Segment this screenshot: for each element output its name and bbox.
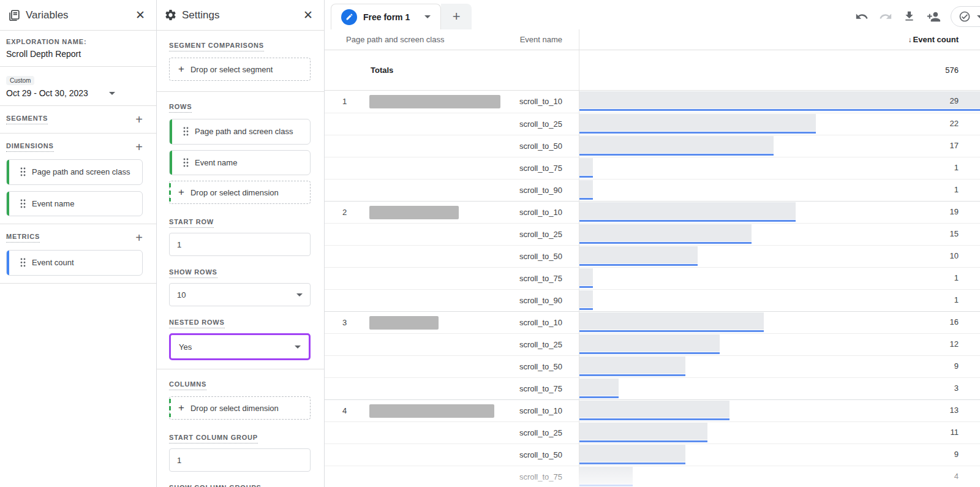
event-count-bar-cell: 1: [579, 157, 980, 179]
dimensions-label: DIMENSIONS: [6, 142, 54, 152]
event-name-value: scroll_to_50: [518, 444, 579, 466]
event-name-value: scroll_to_75: [518, 466, 579, 487]
event-count-value: 9: [954, 444, 959, 465]
table-row[interactable]: scroll_to_901: [325, 179, 980, 201]
add-tab-button[interactable]: +: [441, 4, 472, 29]
segment-comparisons-section: SEGMENT COMPARISONS + Drop or select seg…: [157, 31, 324, 91]
row-dimension-chip[interactable]: Event name: [169, 150, 311, 176]
show-rows-select[interactable]: 10: [169, 283, 311, 306]
table-row[interactable]: scroll_to_2511: [325, 421, 980, 444]
dimension-chip-label: Page path and screen class: [32, 167, 130, 178]
start-row-value: 1: [177, 240, 181, 249]
row-dimension-chip[interactable]: Page path and screen class: [169, 119, 311, 145]
event-count-bar: [579, 202, 796, 219]
settings-close-icon[interactable]: ✕: [300, 8, 317, 22]
event-count-bar-cell: 12: [579, 334, 980, 356]
event-count-bar-cell: 16: [579, 312, 980, 334]
event-count-value: 22: [950, 113, 959, 134]
start-row-input[interactable]: 1: [169, 233, 311, 256]
add-dimension-button[interactable]: +: [135, 141, 143, 153]
start-column-group-input[interactable]: 1: [169, 448, 311, 472]
table-row[interactable]: 1scroll_to_1029: [325, 91, 980, 113]
ga4-exploration-app: Variables ✕ EXPLORATION NAME: Scroll Dep…: [0, 0, 980, 487]
page-path-cell: [364, 312, 518, 334]
table-row[interactable]: scroll_to_509: [325, 355, 980, 377]
page-path-cell: [364, 246, 518, 268]
page-path-cell: [364, 113, 518, 135]
tab-label: Free form 1: [363, 12, 410, 22]
table-row[interactable]: 2scroll_to_1019: [325, 201, 980, 223]
table-row[interactable]: scroll_to_751: [325, 157, 980, 179]
table-row[interactable]: 3scroll_to_1016: [325, 311, 980, 333]
column-header-page-path[interactable]: Page path and screen class: [325, 35, 518, 44]
variables-panel: Variables ✕ EXPLORATION NAME: Scroll Dep…: [0, 0, 157, 487]
bar-underline: [579, 109, 980, 111]
row-number: [325, 135, 364, 157]
drop-column-dimension-target[interactable]: + Drop or select dimension: [169, 396, 311, 420]
event-name-value: scroll_to_90: [518, 179, 579, 202]
exploration-name-value[interactable]: Scroll Depth Report: [6, 49, 143, 59]
tab-free-form-1[interactable]: Free form 1: [331, 4, 441, 29]
table-row[interactable]: scroll_to_5017: [325, 135, 980, 157]
chevron-down-icon: [296, 293, 303, 296]
event-name-value: scroll_to_50: [518, 246, 579, 268]
table-row[interactable]: scroll_to_2512: [325, 333, 980, 355]
columns-label: COLUMNS: [169, 380, 206, 390]
undo-icon[interactable]: [855, 10, 869, 23]
drop-segment-target[interactable]: + Drop or select segment: [169, 58, 311, 81]
redacted-page-path: [369, 404, 494, 418]
table-row[interactable]: scroll_to_2515: [325, 223, 980, 245]
variables-close-icon[interactable]: ✕: [132, 8, 149, 22]
table-row[interactable]: scroll_to_5010: [325, 245, 980, 267]
column-header-event-name[interactable]: Event name: [518, 35, 579, 44]
dimension-chip-label: Event name: [32, 198, 74, 210]
table-row[interactable]: scroll_to_901: [325, 289, 980, 311]
event-count-bar: [579, 246, 698, 263]
column-header-event-count[interactable]: ↓ Event count: [579, 29, 980, 50]
table-header-row: Page path and screen class Event name ↓ …: [325, 29, 980, 50]
status-menu-button[interactable]: [951, 6, 980, 27]
nested-rows-value: Yes: [179, 342, 192, 352]
event-name-value: scroll_to_25: [518, 113, 579, 135]
event-count-bar-cell: 3: [579, 378, 980, 400]
table-row[interactable]: scroll_to_751: [325, 267, 980, 289]
add-segment-button[interactable]: +: [135, 113, 143, 126]
event-name-value: scroll_to_25: [518, 334, 579, 356]
event-count-value: 29: [950, 91, 959, 111]
variables-panel-header: Variables ✕: [0, 0, 156, 31]
event-count-bar-cell: 11: [579, 422, 980, 444]
bar-underline: [579, 242, 752, 244]
drop-row-dimension-target[interactable]: + Drop or select dimension: [169, 181, 311, 204]
event-count-bar-cell: 17: [579, 135, 980, 157]
dimension-chip[interactable]: Page path and screen class: [6, 159, 143, 185]
table-row[interactable]: scroll_to_753: [325, 377, 980, 399]
event-count-value: 13: [950, 400, 959, 421]
event-count-header-label: Event count: [913, 35, 959, 44]
rows-label: ROWS: [169, 103, 192, 113]
table-row[interactable]: scroll_to_509: [325, 444, 980, 466]
dimension-chip[interactable]: Event name: [6, 191, 143, 217]
drag-handle-icon: [20, 199, 26, 208]
table-row[interactable]: scroll_to_2522: [325, 113, 980, 135]
drag-handle-icon: [20, 167, 26, 176]
event-count-bar-cell: 9: [579, 444, 980, 466]
start-column-group-value: 1: [177, 456, 181, 465]
metric-chip[interactable]: Event count: [6, 250, 143, 276]
add-metric-button[interactable]: +: [135, 232, 143, 244]
table-body: 1scroll_to_1029scroll_to_2522scroll_to_5…: [325, 91, 980, 487]
bar-underline: [579, 374, 685, 376]
nested-rows-select[interactable]: Yes: [172, 336, 308, 358]
table-row[interactable]: scroll_to_754: [325, 466, 980, 487]
date-range-selector[interactable]: Oct 29 - Oct 30, 2023: [6, 88, 143, 98]
chevron-down-icon: [109, 92, 115, 95]
bar-underline: [579, 286, 593, 288]
page-path-cell: [364, 466, 518, 487]
event-count-bar: [579, 91, 980, 108]
event-count-bar-cell: 10: [579, 246, 980, 268]
row-number: [325, 466, 364, 487]
person-add-icon[interactable]: [927, 10, 940, 23]
exploration-name-label: EXPLORATION NAME:: [6, 38, 143, 45]
table-row[interactable]: 4scroll_to_1013: [325, 399, 980, 421]
download-icon[interactable]: [903, 10, 916, 23]
row-dimension-chip-label: Page path and screen class: [195, 126, 293, 137]
